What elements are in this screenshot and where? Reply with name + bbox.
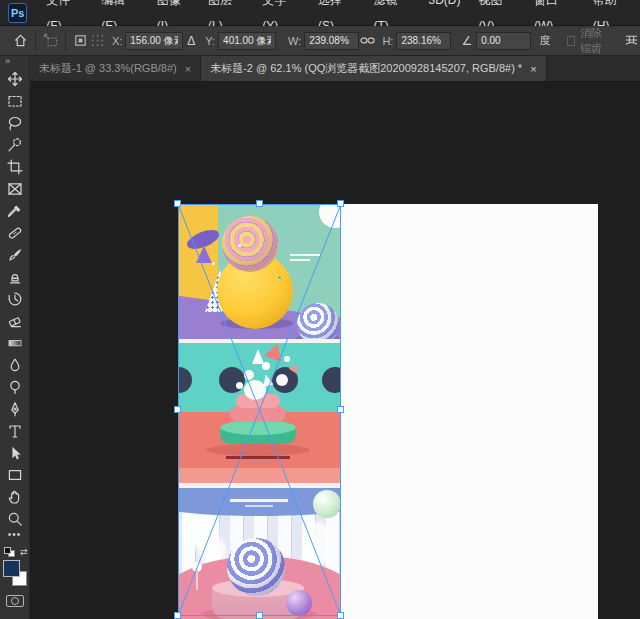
art-caption-line: [230, 499, 288, 502]
photoshop-window: Ps 文件(F)编辑(E)图像(I)图层(L)文字(Y)选择(S)滤镜(T)3D…: [0, 0, 640, 619]
rotation-angle-input[interactable]: [476, 32, 531, 50]
antialias-label: 消除锯齿: [580, 26, 613, 56]
transform-handle-bottom-center[interactable]: [256, 612, 263, 619]
default-colors-icon[interactable]: [4, 547, 16, 558]
workspace: » ••• ⇄ 未标题-1 @ 33.3%(RGB/8#)×未标题-2 @ 62…: [0, 56, 640, 619]
art-pink-cake-lower: [230, 406, 286, 422]
separator: [65, 31, 66, 51]
tool-quick-selection-icon[interactable]: [3, 134, 27, 156]
tool-frame-icon[interactable]: [3, 178, 27, 200]
width-scale-input[interactable]: [304, 32, 359, 50]
art-lamp-post: [196, 570, 198, 590]
art-caption-line: [226, 456, 290, 459]
tool-path-selection-icon[interactable]: [3, 442, 27, 464]
tool-rectangular-marquee-icon[interactable]: [3, 90, 27, 112]
art-white-cone: [252, 349, 264, 364]
canvas-pasteboard[interactable]: ♥: [30, 82, 640, 619]
tool-history-brush-icon[interactable]: [3, 288, 27, 310]
art-dark-circle: [322, 367, 341, 393]
art-caption-line: [245, 505, 273, 507]
transform-handle-top-right[interactable]: [337, 200, 344, 207]
art-caption-line: [290, 254, 320, 256]
tool-gradient-icon[interactable]: [3, 332, 27, 354]
document-tab-bar: 未标题-1 @ 33.3%(RGB/8#)×未标题-2 @ 62.1% (QQ浏…: [30, 56, 640, 82]
tool-spot-healing-brush-icon[interactable]: [3, 222, 27, 244]
height-scale-input[interactable]: [396, 32, 451, 50]
tool-type-icon[interactable]: [3, 420, 27, 442]
transform-handle-top-left[interactable]: [174, 200, 181, 207]
tool-list: [3, 68, 27, 530]
angle-unit-label: 度: [539, 33, 550, 48]
antialias-checkbox[interactable]: [567, 36, 575, 46]
transform-handle-middle-right[interactable]: [337, 406, 344, 413]
tool-hand-icon[interactable]: [3, 486, 27, 508]
art-purple-cone: [196, 246, 212, 263]
reference-point-locator-icon[interactable]: [72, 30, 89, 52]
tab-close-icon[interactable]: ×: [530, 63, 536, 75]
tool-eraser-icon[interactable]: [3, 310, 27, 332]
transform-handle-top-center[interactable]: [256, 200, 263, 207]
antialias-option: 消除锯齿: [567, 26, 613, 56]
art-caption-line: [244, 462, 272, 464]
art-salmon-band: [178, 468, 341, 483]
home-icon[interactable]: [12, 30, 29, 52]
art-teal-podium-top: [220, 420, 296, 435]
document-canvas[interactable]: ♥: [178, 204, 598, 619]
maintain-aspect-ratio-link-icon[interactable]: [359, 30, 376, 52]
art-caption-line: [290, 259, 310, 261]
art-white-shape: [304, 522, 330, 566]
tool-blur-icon[interactable]: [3, 354, 27, 376]
warp-mode-toggle-icon[interactable]: [623, 30, 640, 52]
tool-rectangle-shape-icon[interactable]: [3, 464, 27, 486]
art-shadow: [206, 444, 310, 456]
separator: [35, 31, 36, 51]
swap-colors-icon[interactable]: ⇄: [20, 547, 28, 557]
art-spiral-ball: [222, 216, 278, 272]
menu-bar: Ps 文件(F)编辑(E)图像(I)图层(L)文字(Y)选择(S)滤镜(T)3D…: [0, 0, 640, 26]
art-dark-circle: [219, 367, 245, 393]
tool-zoom-icon[interactable]: [3, 508, 27, 530]
transform-handle-bottom-left[interactable]: [174, 612, 181, 619]
foreground-color-swatch[interactable]: [3, 560, 20, 577]
tool-eyedropper-icon[interactable]: [3, 200, 27, 222]
transform-controls-icon[interactable]: [42, 30, 59, 52]
tool-lasso-icon[interactable]: [3, 112, 27, 134]
tool-palette: » ••• ⇄: [0, 56, 30, 619]
relative-position-delta-icon[interactable]: Δ: [187, 34, 195, 48]
options-bar: X: Δ Y: W: H: ∠ 度 消除锯齿: [0, 26, 640, 56]
document-area: 未标题-1 @ 33.3%(RGB/8#)×未标题-2 @ 62.1% (QQ浏…: [30, 56, 640, 619]
tool-move-icon[interactable]: [3, 68, 27, 90]
quick-mask-button[interactable]: [6, 595, 24, 607]
transform-handle-middle-left[interactable]: [174, 406, 181, 413]
tab-title: 未标题-1 @ 33.3%(RGB/8#): [39, 61, 177, 76]
tool-dodge-icon[interactable]: [3, 376, 27, 398]
grid-dots-icon: [89, 30, 106, 52]
color-controls: ⇄: [2, 547, 28, 591]
x-position-input[interactable]: [125, 32, 183, 50]
tab-title: 未标题-2 @ 62.1% (QQ浏览器截图20200928145207, RG…: [210, 61, 522, 76]
document-tab-2[interactable]: 未标题-2 @ 62.1% (QQ浏览器截图20200928145207, RG…: [201, 56, 546, 81]
placed-image: ♥: [178, 204, 341, 619]
photoshop-logo-icon[interactable]: Ps: [8, 3, 27, 23]
height-field-label: H:: [382, 35, 393, 47]
tool-brush-icon[interactable]: [3, 244, 27, 266]
document-tab-1[interactable]: 未标题-1 @ 33.3%(RGB/8#)×: [30, 56, 201, 81]
rotation-angle-icon: ∠: [461, 34, 472, 48]
tool-clone-stamp-icon[interactable]: [3, 266, 27, 288]
width-field-label: W:: [288, 35, 301, 47]
tool-pen-icon[interactable]: [3, 398, 27, 420]
tool-crop-icon[interactable]: [3, 156, 27, 178]
transform-handle-bottom-right[interactable]: [337, 612, 344, 619]
art-striped-purple-ball: [227, 538, 285, 596]
tab-close-icon[interactable]: ×: [185, 63, 191, 75]
y-position-input[interactable]: [218, 32, 276, 50]
edit-toolbar-button[interactable]: •••: [8, 530, 22, 544]
toolbar-collapse-button[interactable]: »: [0, 56, 29, 68]
art-purple-ball: [286, 590, 312, 616]
y-field-label: Y:: [205, 35, 215, 47]
art-green-ball: [313, 490, 341, 518]
x-field-label: X:: [112, 35, 122, 47]
